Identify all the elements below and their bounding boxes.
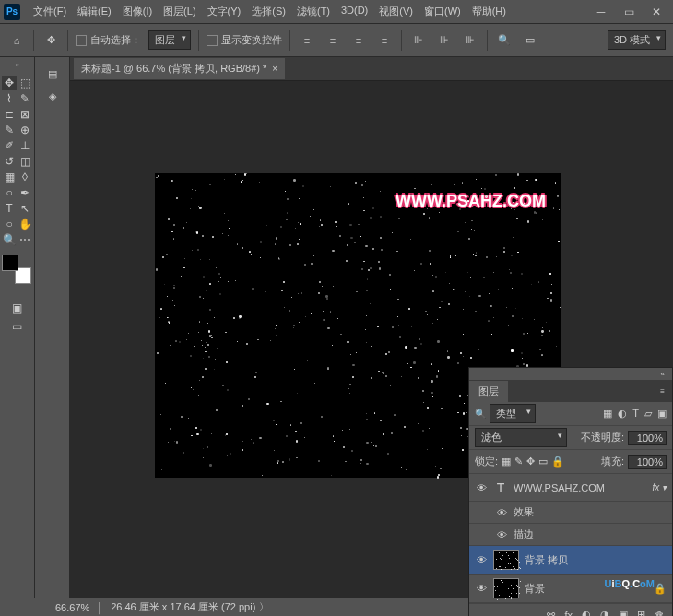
brush-tool[interactable]: ✐ [2, 138, 17, 153]
layer-row[interactable]: 👁描边 [469, 524, 672, 546]
filter-type-dropdown[interactable]: 类型 [490, 404, 536, 423]
crop-tool[interactable]: ⊏ [2, 107, 17, 122]
panel-icon[interactable]: ▤ [43, 65, 62, 83]
pen-tool[interactable]: ✒ [18, 185, 32, 200]
lock-artboard-icon[interactable]: ▭ [538, 456, 548, 468]
foreground-color[interactable] [2, 255, 18, 271]
home-icon[interactable]: ⌂ [7, 31, 26, 50]
show-transform-checkbox[interactable]: 显示变换控件 [207, 33, 282, 47]
quick-mask-icon[interactable]: ▣ [10, 301, 25, 315]
group-icon[interactable]: ▣ [619, 609, 628, 616]
history-brush-tool[interactable]: ↺ [2, 154, 17, 169]
menu-item[interactable]: 选择(S) [246, 1, 291, 22]
quick-select-tool[interactable]: ✎ [18, 91, 32, 106]
menu-item[interactable]: 窗口(W) [419, 1, 466, 22]
lock-transparent-icon[interactable]: ▦ [502, 456, 511, 468]
left-dock: ▤ ◈ [35, 57, 70, 598]
minimize-button[interactable]: ─ [588, 3, 614, 21]
distribute-icon[interactable]: ⊪ [409, 31, 428, 50]
color-swatches[interactable] [2, 255, 31, 284]
stamp-tool[interactable]: ⊥ [18, 138, 32, 153]
layers-tab[interactable]: 图层 [469, 381, 508, 402]
gradient-tool[interactable]: ▦ [2, 170, 17, 184]
menu-item[interactable]: 滤镜(T) [291, 1, 336, 22]
type-layer-icon: T [493, 480, 508, 495]
eraser-tool[interactable]: ◫ [18, 154, 32, 169]
dodge-tool[interactable]: ○ [2, 185, 17, 200]
frame-tool[interactable]: ⊠ [18, 107, 32, 122]
panel-menu-icon[interactable]: ≡ [653, 387, 672, 396]
maximize-button[interactable]: ▭ [616, 3, 642, 21]
frame-icon[interactable]: ▭ [521, 31, 539, 50]
blur-tool[interactable]: ◊ [18, 170, 32, 184]
lasso-tool[interactable]: ⌇ [2, 91, 17, 106]
screen-mode-icon[interactable]: ▭ [10, 319, 25, 334]
layer-thumbnail [493, 550, 519, 570]
delete-layer-icon[interactable]: 🗑 [655, 610, 665, 617]
filter-shape-icon[interactable]: ▱ [644, 408, 652, 420]
edit-toolbar[interactable]: ⋯ [18, 232, 32, 247]
panel-collapse-icon[interactable]: « [469, 368, 672, 380]
move-tool[interactable]: ✥ [2, 76, 17, 90]
filter-pixel-icon[interactable]: ▦ [603, 408, 612, 420]
layer-row[interactable]: 👁TWWW.PSAHZ.COMfx ▾ [469, 474, 672, 502]
shape-tool[interactable]: ○ [2, 217, 17, 231]
layer-mask-icon[interactable]: ◐ [582, 609, 591, 616]
filter-type-icon[interactable]: T [632, 408, 639, 420]
fill-input[interactable]: 100% [628, 455, 667, 469]
menu-item[interactable]: 视图(V) [373, 1, 419, 22]
visibility-icon[interactable]: 👁 [495, 507, 508, 518]
auto-select-checkbox[interactable]: 自动选择： [76, 33, 141, 47]
tab-close-icon[interactable]: × [272, 64, 277, 74]
layer-row[interactable]: 👁效果 [469, 502, 672, 524]
distribute-icon[interactable]: ⊪ [435, 31, 454, 50]
healing-tool[interactable]: ⊕ [18, 123, 32, 137]
blend-mode-dropdown[interactable]: 滤色 [475, 428, 567, 447]
lock-position-icon[interactable]: ✥ [526, 456, 535, 468]
move-tool-icon[interactable]: ✥ [41, 31, 60, 50]
align-icon[interactable]: ≡ [375, 31, 394, 50]
options-bar: ⌂ ✥ 自动选择： 图层 显示变换控件 ≡ ≡ ≡ ≡ ⊪ ⊪ ⊪ 🔍 ▭ 3D… [0, 24, 673, 57]
auto-select-dropdown[interactable]: 图层 [148, 30, 191, 50]
visibility-icon[interactable]: 👁 [475, 482, 488, 493]
menu-item[interactable]: 文件(F) [28, 1, 72, 22]
zoom-level[interactable]: 66.67% [55, 602, 89, 613]
distribute-icon[interactable]: ⊪ [461, 31, 479, 50]
align-icon[interactable]: ≡ [298, 31, 316, 50]
opacity-input[interactable]: 100% [628, 431, 667, 445]
hand-tool[interactable]: ✋ [18, 217, 32, 231]
menu-item[interactable]: 图像(I) [117, 1, 158, 22]
visibility-icon[interactable]: 👁 [495, 529, 508, 540]
link-layers-icon[interactable]: ⚯ [547, 609, 555, 616]
type-tool[interactable]: T [2, 201, 17, 216]
lock-icon: 🔒 [654, 583, 667, 595]
eyedropper-tool[interactable]: ✎ [2, 123, 17, 137]
panel-icon[interactable]: ◈ [43, 87, 62, 105]
adjustment-layer-icon[interactable]: ◑ [600, 609, 609, 616]
new-layer-icon[interactable]: ⊞ [637, 609, 645, 616]
fx-badge[interactable]: fx ▾ [652, 482, 667, 492]
close-button[interactable]: ✕ [643, 3, 669, 21]
menu-item[interactable]: 文字(Y) [202, 1, 247, 22]
align-icon[interactable]: ≡ [324, 31, 342, 50]
collapse-icon[interactable]: « [2, 61, 32, 72]
search-icon[interactable]: 🔍 [495, 31, 514, 50]
menu-item[interactable]: 3D(D) [336, 1, 373, 22]
lock-all-icon[interactable]: 🔒 [551, 456, 564, 468]
menu-item[interactable]: 帮助(H) [466, 1, 512, 22]
layer-name: 描边 [514, 527, 534, 541]
marquee-tool[interactable]: ⬚ [18, 76, 32, 90]
lock-paint-icon[interactable]: ✎ [514, 456, 523, 468]
filter-smart-icon[interactable]: ▣ [657, 408, 667, 420]
visibility-icon[interactable]: 👁 [475, 554, 488, 565]
path-select-tool[interactable]: ↖ [18, 201, 32, 216]
document-tab[interactable]: 未标题-1 @ 66.7% (背景 拷贝, RGB/8#) * × [74, 58, 285, 79]
3d-mode-dropdown[interactable]: 3D 模式 [608, 30, 666, 50]
align-icon[interactable]: ≡ [349, 31, 368, 50]
zoom-tool[interactable]: 🔍 [2, 232, 17, 247]
menu-item[interactable]: 编辑(E) [72, 1, 117, 22]
layer-style-icon[interactable]: fx [564, 610, 573, 617]
filter-adjust-icon[interactable]: ◐ [618, 408, 627, 420]
visibility-icon[interactable]: 👁 [475, 583, 488, 594]
menu-item[interactable]: 图层(L) [158, 1, 201, 22]
